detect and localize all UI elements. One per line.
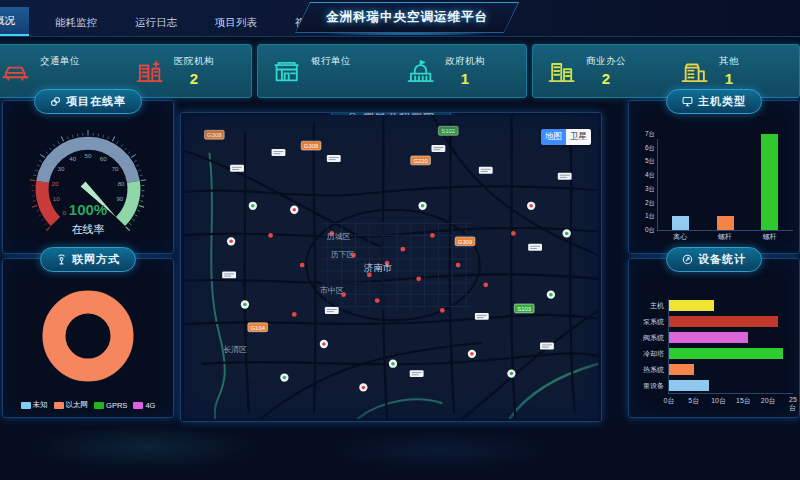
map-canvas[interactable]: G308G308G220S102G309G104S103济南市历城区历下区市中区… — [183, 115, 599, 419]
road-shield-label: G220 — [413, 158, 428, 164]
gauge-tick — [136, 165, 139, 166]
tab-运行日志[interactable]: 运行日志 — [123, 9, 189, 36]
map-project-marker[interactable] — [483, 282, 488, 287]
gauge-tick — [58, 141, 60, 144]
stat-text: 医院机构2 — [174, 55, 214, 87]
panel-network-type-header: 联网方式 — [40, 247, 136, 272]
map-poi-dot — [229, 240, 233, 244]
stat-card: 商业办公2其他1 — [532, 44, 800, 98]
tab-概况[interactable]: 概况 — [0, 7, 29, 36]
road-shield-label: S103 — [517, 306, 532, 312]
road-shield-label: G308 — [304, 143, 319, 149]
map-project-marker[interactable] — [375, 298, 380, 303]
gauge-tick — [67, 136, 68, 139]
panel-online-rate-header: 项目在线率 — [34, 89, 142, 114]
gauge-tick-label: 20 — [51, 180, 58, 187]
x-axis-label: 螺杆 — [718, 232, 732, 242]
map-label-marker[interactable] — [558, 173, 572, 180]
gauge-tick — [132, 219, 134, 221]
map-project-marker[interactable] — [300, 263, 305, 268]
gauge-tick — [141, 180, 146, 181]
bar-热系统[interactable] — [669, 364, 694, 375]
bar-冷却塔[interactable] — [669, 348, 783, 359]
category-label: 泵系统 — [637, 317, 667, 327]
bar-螺杆[interactable] — [761, 134, 778, 230]
bar-量设备[interactable] — [669, 380, 709, 391]
map-label-marker[interactable] — [325, 307, 339, 314]
map-label-marker[interactable] — [222, 271, 236, 278]
stat-item: 交通单位 — [0, 55, 121, 87]
stat-value: 2 — [586, 70, 626, 87]
map-poi-dot — [362, 386, 366, 390]
gauge-tick — [138, 170, 141, 171]
panel-host-type-header: 主机类型 — [666, 89, 762, 114]
legend-label: 未知 — [33, 400, 48, 410]
gauge-tick — [125, 148, 127, 150]
legend-item-以太网[interactable]: 以太网 — [54, 400, 89, 410]
legend-item-GPRS[interactable]: GPRS — [94, 400, 127, 410]
gauge-tick — [139, 206, 144, 208]
panel-device-stats: 设备统计 主机泵系统阀系统冷却塔热系统量设备0台5台10台15台20台25台 — [628, 258, 800, 418]
map-project-marker[interactable] — [268, 233, 273, 238]
map-toggle-卫星[interactable]: 卫星 — [566, 129, 591, 145]
gauge-tick — [121, 144, 123, 146]
map-project-marker[interactable] — [430, 233, 435, 238]
hbar-row: 阀系统 — [637, 331, 793, 344]
map-project-marker[interactable] — [416, 276, 421, 281]
category-label: 阀系统 — [637, 333, 667, 343]
gauge-tick — [112, 136, 114, 141]
gauge-tick — [126, 227, 130, 231]
map-project-marker[interactable] — [456, 263, 461, 268]
tab-项目列表[interactable]: 项目列表 — [203, 9, 269, 36]
top-navbar: 概况能耗监控运行日志项目列表视频监控 金洲科瑞中央空调运维平台 — [0, 0, 800, 37]
map-poi-dot — [251, 204, 255, 208]
legend-chip — [133, 402, 143, 409]
bar-阀系统[interactable] — [669, 332, 748, 343]
map-project-marker[interactable] — [292, 312, 297, 317]
legend-item-4G[interactable]: 4G — [133, 400, 155, 410]
online-rate-gauge: 0102030405060708090100%在线率 — [3, 123, 173, 249]
map-label-marker[interactable] — [327, 155, 341, 162]
map-label-marker[interactable] — [230, 165, 244, 172]
map-label-marker[interactable] — [528, 244, 542, 251]
bar-离心[interactable] — [672, 216, 689, 230]
map-place-label: 济南市 — [363, 263, 392, 273]
gauge-tick — [108, 136, 109, 139]
category-label: 量设备 — [637, 381, 667, 391]
bar-泵系统[interactable] — [669, 316, 778, 327]
gauge-tick — [129, 223, 131, 225]
map-label-marker[interactable] — [431, 145, 445, 152]
map-toggle-地图[interactable]: 地图 — [541, 129, 566, 145]
network-type-donut — [8, 283, 168, 393]
map-label-marker[interactable] — [540, 343, 554, 350]
bank-icon — [272, 57, 302, 85]
legend-item-未知[interactable]: 未知 — [21, 400, 48, 410]
map-project-marker[interactable] — [400, 247, 405, 252]
stat-text: 政府机构1 — [445, 55, 485, 87]
map-label-marker[interactable] — [475, 313, 489, 320]
map-label-marker[interactable] — [272, 149, 286, 156]
map-poi-dot — [529, 204, 533, 208]
stat-item: 银行单位 — [258, 55, 392, 87]
map-project-marker[interactable] — [367, 273, 372, 278]
stat-item: 医院机构2 — [121, 55, 251, 87]
map-project-marker[interactable] — [511, 231, 516, 236]
bar-主机[interactable] — [669, 300, 714, 311]
stat-value: 2 — [174, 70, 214, 87]
stat-label: 医院机构 — [174, 55, 214, 68]
dashboard-root: 概况能耗监控运行日志项目列表视频监控 金洲科瑞中央空调运维平台 交通单位医院机构… — [0, 0, 800, 480]
y-axis-label: 3台 — [635, 185, 655, 194]
map-place-label: 历城区 — [327, 232, 351, 241]
y-axis-label: 2台 — [635, 199, 655, 208]
panel-title: 设备统计 — [698, 252, 746, 267]
map-label-marker[interactable] — [479, 167, 493, 174]
stat-item: 其他1 — [666, 55, 799, 87]
bar-螺杆[interactable] — [717, 216, 734, 230]
gauge-tick — [33, 175, 36, 176]
hospital-icon — [135, 57, 165, 85]
map-label-marker[interactable] — [410, 370, 424, 377]
gauge-tick — [36, 210, 39, 211]
x-axis-label: 螺杆 — [763, 232, 777, 242]
tab-能耗监控[interactable]: 能耗监控 — [43, 9, 109, 36]
map-project-marker[interactable] — [440, 308, 445, 313]
